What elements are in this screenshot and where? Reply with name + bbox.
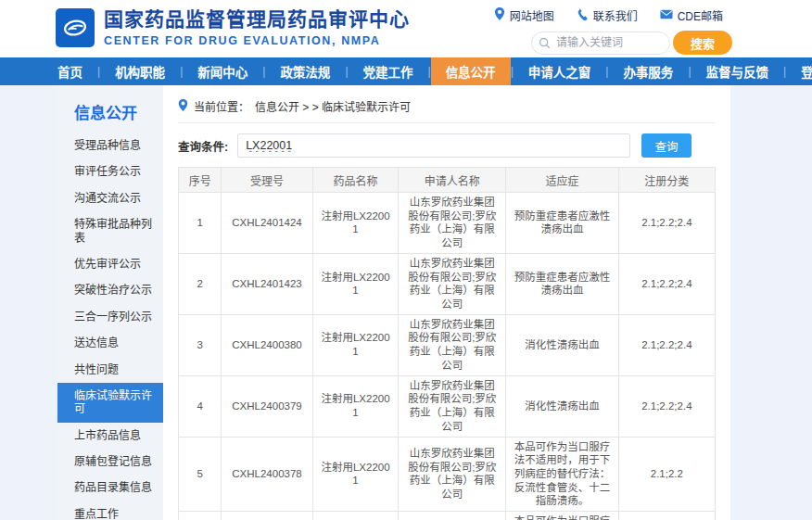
results-table: 序号受理号药品名称申请人名称适应症注册分类 1CXHL2401424注射用LX2…	[178, 167, 716, 520]
table-cell: 注射用LX22001	[312, 193, 399, 254]
column-header-5: 注册分类	[618, 168, 715, 193]
table-cell: 2.1;2.2;2.4	[618, 253, 715, 314]
sidebar-item-5[interactable]: 突破性治疗公示	[57, 277, 163, 303]
nav-item-7[interactable]: 办事服务	[608, 57, 688, 85]
table-cell: 消化性溃疡出血	[506, 375, 619, 437]
nav-item-0[interactable]: 首页	[43, 57, 97, 85]
column-header-4: 适应症	[506, 168, 619, 193]
table-cell: 2.1;2.2	[618, 437, 715, 512]
sidebar-item-13[interactable]: 重点工作	[57, 501, 163, 520]
table-cell: 6	[179, 512, 222, 520]
brand: 国家药品监督管理局药品审评中心 CENTER FOR DRUG EVALUATI…	[56, 8, 410, 47]
search-input[interactable]	[531, 32, 670, 55]
table-row: 4CXHL2400379注射用LX22001山东罗欣药业集团股份有限公司;罗欣药…	[179, 375, 716, 437]
breadcrumb-path[interactable]: 信息公开 > > 临床试验默示许可	[255, 98, 411, 114]
sidebar-item-8[interactable]: 共性问题	[57, 357, 163, 383]
nav-item-6[interactable]: 申请人之窗	[514, 57, 606, 85]
table-cell: 5	[179, 437, 222, 512]
query-label: 查询条件:	[178, 137, 228, 155]
site-search: 搜索	[531, 31, 732, 55]
sidebar-item-1[interactable]: 审评任务公示	[57, 159, 163, 184]
search-button[interactable]: 搜索	[673, 31, 732, 55]
table-row: 2CXHL2401423注射用LX22001山东罗欣药业集团股份有限公司;罗欣药…	[179, 253, 716, 314]
column-header-3: 申请人名称	[399, 168, 506, 193]
table-cell: 3	[179, 314, 222, 375]
nav-item-3[interactable]: 政策法规	[265, 57, 345, 85]
table-cell: 山东罗欣药业集团股份有限公司;罗欣药业（上海）有限公司	[399, 193, 506, 254]
sidebar-title: 信息公开	[57, 85, 163, 133]
table-cell: CXHL2401424	[222, 193, 312, 254]
table-cell: 山东罗欣药业集团股份有限公司;罗欣药业（上海）有限公司	[399, 375, 506, 437]
query-input[interactable]	[237, 133, 630, 158]
map-pin-icon	[494, 7, 505, 23]
table-cell: 消化性溃疡出血	[506, 314, 619, 375]
table-row: 3CXHL2400380注射用LX22001山东罗欣药业集团股份有限公司;罗欣药…	[179, 314, 716, 375]
column-header-1: 受理号	[222, 168, 312, 193]
site-title: 国家药品监督管理局药品审评中心	[104, 8, 410, 31]
sidebar-item-2[interactable]: 沟通交流公示	[57, 185, 163, 211]
quick-link-label: 联系我们	[593, 7, 638, 23]
table-cell: 注射用LX22001	[312, 253, 399, 314]
table-cell: CXHL2401423	[222, 253, 312, 314]
sidebar-items: 受理品种信息审评任务公示沟通交流公示特殊审批品种列表优先审评公示突破性治疗公示三…	[57, 133, 163, 520]
sidebar-item-0[interactable]: 受理品种信息	[57, 133, 163, 159]
breadcrumb-prefix: 当前位置：	[194, 98, 249, 114]
nav-item-4[interactable]: 党建工作	[349, 57, 428, 85]
table-cell: CXHL2400379	[222, 375, 312, 437]
column-header-0: 序号	[179, 168, 222, 193]
table-cell: 本品可作为当口服疗法不适用时，用于下列病症的替代疗法：反流性食管炎、十二指肠溃疡…	[506, 437, 619, 512]
table-cell: 注射用LX22001	[312, 437, 399, 512]
main-nav: 首页|机构职能|新闻中心|政策法规|党建工作|信息公开|申请人之窗|办事服务|监…	[0, 57, 812, 85]
page-header: 国家药品监督管理局药品审评中心 CENTER FOR DRUG EVALUATI…	[0, 0, 812, 57]
sidebar-item-6[interactable]: 三合一序列公示	[57, 304, 163, 330]
table-cell: 2.1;2.2;2.4	[618, 314, 715, 375]
search-icon	[539, 36, 551, 53]
sidebar-item-4[interactable]: 优先审评公示	[57, 251, 163, 277]
table-cell: 预防重症患者应激性溃疡出血	[506, 253, 619, 314]
site-subtitle: CENTER FOR DRUG EVALUATION, NMPA	[104, 34, 410, 47]
table-cell: 注射用LX22001	[312, 375, 399, 437]
table-cell: 山东罗欣药业集团股份有限公司;罗欣药业（上海）有限公司	[399, 253, 506, 314]
query-button[interactable]: 查询	[641, 133, 691, 158]
sidebar-item-9[interactable]: 临床试验默示许可	[57, 383, 163, 423]
cde-logo-icon	[56, 8, 95, 47]
table-cell: 4	[179, 375, 222, 437]
brand-text: 国家药品监督管理局药品审评中心 CENTER FOR DRUG EVALUATI…	[104, 8, 410, 46]
location-pin-icon	[178, 99, 188, 114]
sidebar-item-12[interactable]: 药品目录集信息	[57, 475, 163, 501]
phone-icon	[577, 8, 589, 23]
sidebar-item-3[interactable]: 特殊审批品种列表	[57, 211, 163, 251]
nav-item-2[interactable]: 新闻中心	[183, 57, 262, 85]
sidebar-item-11[interactable]: 原辅包登记信息	[57, 449, 163, 475]
table-cell: 2	[179, 253, 222, 314]
nav-item-1[interactable]: 机构职能	[100, 57, 180, 85]
quick-link-0[interactable]: 网站地图	[494, 7, 554, 23]
table-cell: 2.1;2.2	[618, 512, 715, 520]
sidebar-item-10[interactable]: 上市药品信息	[57, 423, 163, 449]
query-bar: 查询条件: 查询	[178, 133, 716, 158]
nav-item-5[interactable]: 信息公开	[431, 57, 511, 85]
table-cell: 注射用LX22001	[312, 512, 399, 520]
table-cell: 山东罗欣药业集团股份有限公司;罗欣药业（上海）有限公司	[399, 512, 506, 520]
nav-item-8[interactable]: 监督与反馈	[691, 57, 784, 85]
quick-link-label: CDE邮箱	[678, 7, 723, 23]
nav-item-9[interactable]: 登记备案平台	[786, 57, 812, 85]
table-cell: 预防重症患者应激性溃疡出血	[506, 193, 619, 254]
table-cell: CXHL2400378	[222, 437, 312, 512]
breadcrumb: 当前位置：信息公开 > > 临床试验默示许可	[178, 98, 716, 123]
mail-icon	[660, 9, 673, 22]
table-row: 6CXHL2400377注射用LX22001山东罗欣药业集团股份有限公司;罗欣药…	[179, 512, 716, 520]
table-cell: 2.1;2.2;2.4	[618, 193, 715, 254]
sidebar-item-7[interactable]: 送达信息	[57, 330, 163, 356]
quick-links: 网站地图联系我们CDE邮箱	[494, 7, 723, 23]
table-cell: CXHL2400380	[222, 314, 312, 375]
table-cell: CXHL2400377	[222, 512, 312, 520]
table-cell: 山东罗欣药业集团股份有限公司;罗欣药业（上海）有限公司	[399, 314, 506, 375]
table-cell: 本品可作为当口服疗法不适用时，用于下列病症的替代疗法：反流性食管炎、十二指肠溃疡…	[506, 512, 619, 520]
content-container: 信息公开 受理品种信息审评任务公示沟通交流公示特殊审批品种列表优先审评公示突破性…	[57, 85, 730, 520]
quick-link-1[interactable]: 联系我们	[577, 7, 638, 23]
table-row: 1CXHL2401424注射用LX22001山东罗欣药业集团股份有限公司;罗欣药…	[179, 193, 716, 254]
quick-link-2[interactable]: CDE邮箱	[660, 7, 723, 23]
sidebar: 信息公开 受理品种信息审评任务公示沟通交流公示特殊审批品种列表优先审评公示突破性…	[57, 85, 163, 520]
column-header-2: 药品名称	[312, 168, 399, 193]
